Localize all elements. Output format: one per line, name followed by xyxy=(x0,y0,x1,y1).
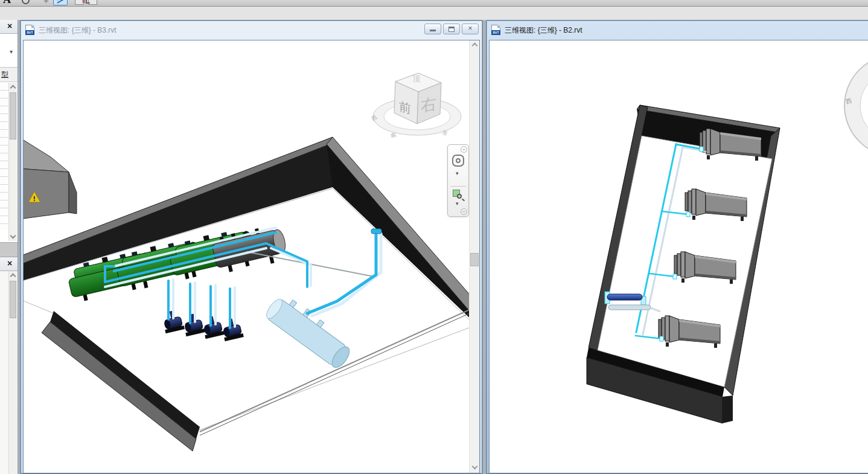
view-window-b2[interactable]: RVT 三维视图: {三维} - B2.rvt xyxy=(486,20,868,474)
project-browser-close-button[interactable]: × xyxy=(4,258,15,269)
magnifier-icon[interactable] xyxy=(457,194,462,199)
properties-scrollbar[interactable] xyxy=(8,83,17,241)
restore-button[interactable] xyxy=(443,24,460,34)
b3-titlebar[interactable]: RVT 三维视图: {三维} - B3.rvt × xyxy=(21,21,482,39)
b3-3d-viewport[interactable]: ! xyxy=(23,40,480,473)
steering-wheel-icon[interactable] xyxy=(452,155,464,167)
view-window-b3[interactable]: RVT 三维视图: {三维} - B3.rvt × xyxy=(20,20,483,474)
chevron-down-icon[interactable]: ▾ xyxy=(10,48,13,55)
project-browser-scrollbar[interactable] xyxy=(8,271,17,474)
properties-panel-header: × xyxy=(0,20,18,34)
scrollbar-thumb[interactable] xyxy=(470,253,479,266)
viewcube-top-label: 顶 xyxy=(412,74,421,83)
viewcube-front-label: 前 xyxy=(399,99,411,117)
scrollbar-thumb[interactable] xyxy=(10,281,16,318)
b2-window-title: 三维视图: {三维} - B2.rvt xyxy=(505,25,582,36)
property-rows-clipped xyxy=(0,83,8,230)
text-tool-icon[interactable]: A xyxy=(3,0,11,7)
properties-close-button[interactable]: × xyxy=(4,21,15,32)
side-panels-clipped: × ▾ 型 × xyxy=(0,20,18,474)
ribbon-toolbar-clipped: A + × xyxy=(0,0,868,7)
b2-3d-viewport[interactable]: 西 xyxy=(489,40,868,473)
b2-scene: 西 xyxy=(490,40,868,473)
viewcube-right-label: 右 xyxy=(421,94,436,115)
ribbon-lower-strip xyxy=(0,7,868,20)
svg-text:!: ! xyxy=(33,196,36,202)
b3-exterior-box[interactable] xyxy=(24,137,77,219)
project-browser-header: × xyxy=(0,257,18,271)
rvt-file-icon: RVT xyxy=(25,25,34,35)
scroll-up-icon[interactable] xyxy=(10,85,16,91)
navigation-bar[interactable]: × ▾ ▾ − xyxy=(447,144,469,217)
add-tool-icon[interactable]: + xyxy=(43,0,49,7)
b3-window-title: 三维视图: {三维} - B3.rvt xyxy=(39,25,116,36)
b2-viewcube-partial[interactable]: 西 xyxy=(844,55,868,156)
navbar-close-icon[interactable]: × xyxy=(461,146,467,153)
b3-vertical-scrollbar[interactable] xyxy=(469,40,479,473)
import-tool-icon[interactable] xyxy=(88,0,97,5)
close-button[interactable]: × xyxy=(462,24,479,34)
b3-room-walls[interactable] xyxy=(24,137,470,451)
b2-titlebar[interactable]: RVT 三维视图: {三维} - B2.rvt xyxy=(487,21,868,39)
scrollbar-thumb[interactable] xyxy=(10,92,16,139)
type-selector-clipped[interactable]: ▾ xyxy=(0,34,18,68)
minimize-button[interactable] xyxy=(424,24,441,34)
rvt-file-icon: RVT xyxy=(491,25,500,35)
viewcube[interactable]: 西 南 东 顶 前 右 xyxy=(371,65,464,141)
properties-panel-edge: × ▾ 型 xyxy=(0,20,18,257)
scroll-up-icon[interactable] xyxy=(470,40,480,50)
paint-tool-icon[interactable] xyxy=(22,0,30,4)
scroll-down-icon[interactable] xyxy=(10,233,16,239)
chevron-down-icon[interactable]: ▾ xyxy=(456,170,459,176)
navbar-collapse-icon[interactable]: − xyxy=(461,208,467,215)
navbar-divider xyxy=(450,186,466,187)
active-highlighted-tool-icon[interactable] xyxy=(53,0,68,5)
delete-tool-icon[interactable]: × xyxy=(75,0,84,5)
scroll-up-icon[interactable] xyxy=(10,274,16,280)
panel-resize-strip[interactable] xyxy=(0,242,18,257)
chevron-down-icon[interactable]: ▾ xyxy=(456,200,459,207)
edit-type-link-clipped[interactable]: 型 xyxy=(0,68,18,82)
scroll-down-icon[interactable] xyxy=(470,463,480,473)
project-browser-edge: × xyxy=(0,257,18,474)
